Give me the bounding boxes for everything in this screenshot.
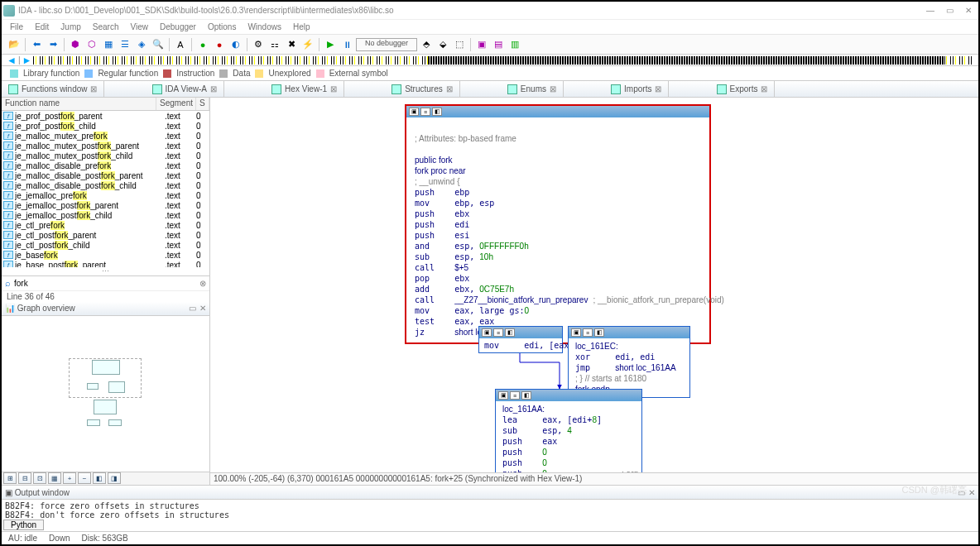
graph-overview[interactable]: [2, 316, 209, 472]
tool-c-icon[interactable]: ▦: [101, 37, 116, 52]
function-item[interactable]: fje_base_postfork_parent.text0: [2, 260, 209, 267]
gbtn5[interactable]: +: [63, 472, 76, 484]
function-item[interactable]: fje_malloc_disable_prefork.text0: [2, 160, 209, 170]
tab-imports[interactable]: Imports⊠: [604, 81, 669, 97]
function-item[interactable]: fje_ctl_prefork.text0: [2, 220, 209, 230]
menu-help[interactable]: Help: [293, 22, 310, 31]
gbtn3[interactable]: ⊡: [33, 472, 46, 484]
run-icon[interactable]: ●: [195, 37, 210, 52]
tab-ida-view-a[interactable]: IDA View-A⊠: [146, 81, 224, 97]
node-ico1[interactable]: ▣: [498, 391, 508, 400]
function-item[interactable]: fje_malloc_mutex_prefork.text0: [2, 131, 209, 141]
output-text[interactable]: B82F4: force zero offsets in structures …: [2, 500, 978, 518]
close-button[interactable]: ✕: [965, 6, 972, 15]
nav-right-icon[interactable]: ►: [22, 55, 32, 66]
node-ico1[interactable]: ▣: [482, 328, 492, 337]
pause2-icon[interactable]: ⏸: [339, 37, 354, 52]
cfg-icon[interactable]: ⚙: [251, 37, 266, 52]
function-item[interactable]: fje_prof_postfork_parent.text0: [2, 111, 209, 121]
gbtn4[interactable]: ▦: [48, 472, 61, 484]
tab-close-icon[interactable]: ⊠: [655, 84, 661, 93]
tab-close-icon[interactable]: ⊠: [761, 84, 767, 93]
node-161aa[interactable]: ▣≡◧ loc_161AA: lea eax, [edi+8] sub esp,…: [495, 389, 642, 472]
tab-close-icon[interactable]: ⊠: [330, 84, 337, 93]
tool-b-icon[interactable]: ⬡: [84, 37, 99, 52]
menu-search[interactable]: Search: [93, 22, 119, 31]
menu-options[interactable]: Options: [208, 22, 236, 31]
tab-close-icon[interactable]: ⊠: [90, 84, 97, 93]
gbtn7[interactable]: ◧: [93, 472, 106, 484]
function-item[interactable]: fje_malloc_mutex_postfork_parent.text0: [2, 141, 209, 151]
col-name[interactable]: Function name: [2, 98, 156, 110]
out-close-icon[interactable]: ✕: [968, 488, 975, 497]
dbg-z-icon[interactable]: ⚡: [300, 37, 315, 52]
play-icon[interactable]: ▶: [323, 37, 338, 52]
gbtn8[interactable]: ◨: [108, 472, 121, 484]
dbg1-icon[interactable]: ⬘: [419, 37, 434, 52]
function-item[interactable]: fje_jemalloc_prefork.text0: [2, 190, 209, 200]
m2-icon[interactable]: ▤: [491, 37, 506, 52]
function-item[interactable]: fje_malloc_mutex_postfork_child.text0: [2, 151, 209, 160]
python-tab[interactable]: Python: [3, 520, 44, 530]
tab-exports[interactable]: Exports⊠: [710, 81, 776, 97]
tool-d-icon[interactable]: ☰: [118, 37, 132, 52]
undock-icon[interactable]: ▭: [189, 304, 196, 313]
tab-structures[interactable]: Structures⊠: [385, 81, 460, 97]
text-icon[interactable]: A: [173, 37, 188, 52]
cfg2-icon[interactable]: ⚏: [267, 37, 282, 52]
function-item[interactable]: fje_prof_postfork_child.text0: [2, 121, 209, 131]
tab-close-icon[interactable]: ⊠: [550, 84, 556, 93]
menu-windows[interactable]: Windows: [247, 22, 281, 31]
node-ico2[interactable]: ≡: [493, 328, 503, 337]
menu-jump[interactable]: Jump: [60, 22, 80, 31]
col-s[interactable]: S: [196, 98, 209, 110]
gbtn2[interactable]: ⊟: [18, 472, 31, 484]
debugger-select[interactable]: No debugger: [356, 38, 417, 51]
dbg-x-icon[interactable]: ✖: [284, 37, 299, 52]
graph-view[interactable]: ▣≡◧ ; Attributes: bp-based frame public …: [210, 98, 978, 472]
tab-functions-window[interactable]: Functions window⊠: [2, 81, 104, 97]
clear-search-icon[interactable]: ⊗: [199, 279, 206, 288]
node-ico3[interactable]: ◧: [505, 328, 515, 337]
node-fork-entry[interactable]: ▣≡◧ ; Attributes: bp-based frame public …: [405, 104, 711, 344]
menu-edit[interactable]: Edit: [35, 22, 49, 31]
function-item[interactable]: fje_jemalloc_postfork_parent.text0: [2, 200, 209, 210]
function-item[interactable]: fje_malloc_disable_postfork_parent.text0: [2, 170, 209, 180]
minimize-button[interactable]: —: [926, 6, 934, 15]
out-undock-icon[interactable]: ▭: [958, 488, 965, 497]
m3-icon[interactable]: ▥: [507, 37, 522, 52]
function-item[interactable]: fje_basefork.text0: [2, 250, 209, 260]
node-ico3[interactable]: ◧: [432, 108, 442, 116]
tab-hex-view-1[interactable]: Hex View-1⊠: [265, 81, 344, 97]
search-icon[interactable]: 🔍: [151, 37, 166, 52]
dbg3-icon[interactable]: ⬚: [452, 37, 467, 52]
gbtn6[interactable]: −: [78, 472, 91, 484]
stop-icon[interactable]: ●: [212, 37, 227, 52]
tool-a-icon[interactable]: ⬢: [68, 37, 83, 52]
menu-debugger[interactable]: Debugger: [160, 22, 196, 31]
node-ico1[interactable]: ▣: [571, 328, 581, 337]
open-icon[interactable]: 📂: [7, 37, 22, 52]
tab-enums[interactable]: Enums⊠: [501, 81, 564, 97]
node-ico3[interactable]: ◧: [594, 328, 604, 337]
node-ico1[interactable]: ▣: [409, 108, 419, 116]
tool-e-icon[interactable]: ◈: [134, 37, 149, 52]
close-pane-icon[interactable]: ✕: [199, 304, 206, 313]
function-item[interactable]: fje_ctl_postfork_child.text0: [2, 240, 209, 250]
tab-close-icon[interactable]: ⊠: [446, 84, 453, 93]
tab-close-icon[interactable]: ⊠: [210, 84, 217, 93]
menu-file[interactable]: File: [10, 22, 23, 31]
node-mov-edi[interactable]: ▣≡◧ mov edi, [eax+4]: [478, 326, 563, 353]
function-item[interactable]: fje_jemalloc_postfork_child.text0: [2, 210, 209, 220]
dbg2-icon[interactable]: ⬙: [435, 37, 450, 52]
node-ico2[interactable]: ≡: [583, 328, 593, 337]
back-icon[interactable]: ⬅: [29, 37, 44, 52]
gbtn1[interactable]: ⊞: [3, 472, 17, 484]
node-ico2[interactable]: ≡: [510, 391, 520, 400]
menu-view[interactable]: View: [131, 22, 149, 31]
function-item[interactable]: fje_malloc_disable_postfork_child.text0: [2, 180, 209, 190]
function-item[interactable]: fje_ctl_postfork_parent.text0: [2, 230, 209, 240]
pause-icon[interactable]: ◐: [228, 37, 243, 52]
fwd-icon[interactable]: ➡: [46, 37, 60, 52]
node-161ec[interactable]: ▣≡◧ loc_161EC: xor edi, edi jmp short lo…: [568, 326, 690, 398]
